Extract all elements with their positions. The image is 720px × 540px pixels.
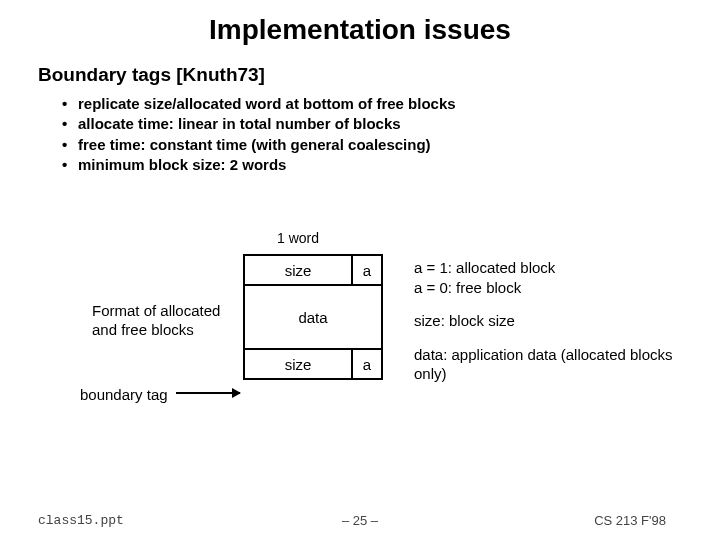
block-format-table: size a data size a (243, 254, 383, 380)
format-label: Format of allocated and free blocks (92, 302, 222, 340)
header-size-cell: size (244, 255, 352, 285)
legend-a1: a = 1: allocated block (414, 258, 684, 278)
slide-title: Implementation issues (0, 0, 720, 46)
legend-a0: a = 0: free block (414, 278, 684, 298)
legend-size: size: block size (414, 311, 684, 331)
arrow-icon (176, 392, 240, 394)
slide-subtitle: Boundary tags [Knuth73] (38, 64, 720, 86)
bullet-item: minimum block size: 2 words (62, 155, 720, 175)
diagram: 1 word size a data size a Format of allo… (0, 230, 720, 490)
footer-course: CS 213 F'98 (594, 513, 666, 528)
footer-a-cell: a (352, 349, 382, 379)
word-width-label: 1 word (277, 230, 319, 246)
data-cell: data (244, 285, 382, 349)
legend-data: data: application data (allocated blocks… (414, 345, 684, 384)
header-a-cell: a (352, 255, 382, 285)
footer-size-cell: size (244, 349, 352, 379)
bullet-item: allocate time: linear in total number of… (62, 114, 720, 134)
bullet-item: replicate size/allocated word at bottom … (62, 94, 720, 114)
bullet-list: replicate size/allocated word at bottom … (62, 94, 720, 175)
bullet-item: free time: constant time (with general c… (62, 135, 720, 155)
legend: a = 1: allocated block a = 0: free block… (414, 258, 684, 384)
boundary-tag-label: boundary tag (80, 386, 168, 403)
